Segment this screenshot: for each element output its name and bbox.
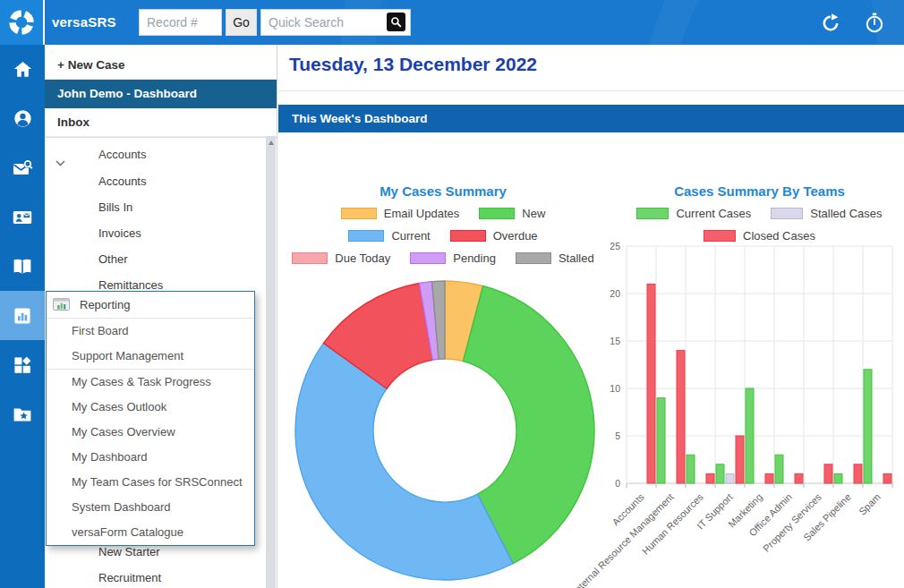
scroll-up-arrow-icon[interactable] <box>266 136 276 149</box>
divider <box>278 90 904 91</box>
bar-closed-cases-sales-pipeline <box>854 464 862 483</box>
app-title: versaSRS <box>52 0 116 45</box>
legend-item[interactable]: Current Cases <box>636 207 751 220</box>
tree-item-bills-in[interactable]: Bills In <box>45 194 277 220</box>
flyout-item-versaform-catalogue[interactable]: versaForm Catalogue <box>47 520 254 545</box>
bar-chart-icon <box>12 305 33 327</box>
y-axis-tick-label: 15 <box>610 336 620 346</box>
bar-closed-cases-internal-resource-management <box>677 351 685 483</box>
flyout-items: First BoardSupport ManagementMy Cases & … <box>47 319 254 545</box>
legend-swatch <box>479 208 515 219</box>
bar-closed-cases-accounts <box>647 284 655 483</box>
rail-item-profile[interactable] <box>0 94 45 143</box>
bar-closed-cases-marketing <box>765 473 773 483</box>
sidebar-item-inbox[interactable]: Inbox <box>45 108 277 137</box>
dashboard-banner: This Week's Dashboard <box>278 105 904 132</box>
bar-chart-title: Cases Summary By Teams <box>627 183 892 199</box>
main-content: Tuesday, 13 December 2022 This Week's Da… <box>278 45 904 588</box>
flyout-item-system-dashboard[interactable]: System Dashboard <box>47 495 254 520</box>
person-icon <box>13 108 33 129</box>
legend-label: Current Cases <box>676 207 751 220</box>
sidebar-scrollbar[interactable] <box>266 136 276 588</box>
legend-label: Current <box>391 229 430 243</box>
bar-current-cases-spam <box>864 370 872 483</box>
legend-label: New <box>522 207 545 220</box>
go-button[interactable]: Go <box>226 9 257 36</box>
app-logo[interactable] <box>0 0 45 45</box>
rail-item-knowledge[interactable] <box>0 242 45 291</box>
legend-item[interactable]: New <box>479 207 545 220</box>
bar-closed-cases-property-services <box>824 464 832 483</box>
legend-item[interactable]: Overdue <box>450 229 538 243</box>
bar-stalled-cases-it-support <box>726 473 734 483</box>
legend-row: Due TodayPendingStalled <box>286 249 600 268</box>
rail-item-contacts[interactable] <box>0 192 45 242</box>
donut-chart-legend: Email UpdatesNewCurrentOverdueDue TodayP… <box>286 204 600 271</box>
rail-item-modules[interactable] <box>0 340 45 389</box>
bar-chart: 0510152025AccountsInternal Resource Mana… <box>573 239 904 588</box>
legend-swatch <box>341 208 377 219</box>
legend-swatch <box>410 252 446 264</box>
legend-item[interactable]: Pending <box>410 251 496 265</box>
tree-item-invoices[interactable]: Invoices <box>45 220 277 246</box>
flyout-item-my-cases-outlook[interactable]: My Cases Outlook <box>47 395 254 420</box>
legend-item[interactable]: Due Today <box>292 251 390 265</box>
legend-label: Pending <box>453 251 496 265</box>
flyout-group: My Cases & Task ProgressMy Cases Outlook… <box>47 370 254 545</box>
reporting-flyout-menu: Reporting First BoardSupport ManagementM… <box>46 291 255 546</box>
bar-closed-cases-spam <box>883 473 891 483</box>
flyout-item-my-cases-overview[interactable]: My Cases Overview <box>47 420 254 445</box>
icon-rail <box>0 45 45 588</box>
y-axis-tick-label: 5 <box>615 430 620 441</box>
refresh-icon[interactable] <box>819 12 842 35</box>
open-book-icon <box>12 256 33 277</box>
flyout-item-first-board[interactable]: First Board <box>47 319 254 344</box>
y-axis-tick-label: 25 <box>610 241 620 251</box>
donut-chart <box>286 266 600 588</box>
rail-item-home[interactable] <box>0 45 45 94</box>
tree-items-upper: AccountsBills InInvoicesOtherRemittances <box>45 168 277 298</box>
bar-closed-cases-human-resources <box>706 473 714 483</box>
legend-label: Stalled Cases <box>810 207 882 220</box>
tree-item-other[interactable]: Other <box>45 246 277 272</box>
flyout-item-my-team-cases-for-srsconnect[interactable]: My Team Cases for SRSConnect <box>47 470 254 495</box>
flyout-item-support-management[interactable]: Support Management <box>47 344 254 369</box>
home-icon <box>13 59 33 80</box>
report-chart-icon <box>53 298 70 311</box>
y-axis-tick-label: 0 <box>615 478 620 489</box>
flyout-item-my-cases-task-progress[interactable]: My Cases & Task Progress <box>47 370 254 395</box>
legend-label: Email Updates <box>384 207 460 220</box>
rail-item-case-folders[interactable] <box>0 389 45 439</box>
x-axis-category-label: Spam <box>857 491 883 517</box>
bar-current-cases-internal-resource-management <box>657 398 665 483</box>
top-bar: versaSRS Go <box>0 0 904 45</box>
search-icon[interactable] <box>387 13 405 31</box>
legend-label: Overdue <box>493 229 538 243</box>
new-case-button[interactable]: + New Case <box>45 51 277 80</box>
flyout-item-my-dashboard[interactable]: My Dashboard <box>47 445 254 470</box>
legend-row: Current CasesStalled Cases <box>627 204 892 223</box>
donut-chart-title: My Cases Summary <box>286 183 600 199</box>
legend-item[interactable]: Current <box>348 229 430 243</box>
tree-group-label: Accounts <box>98 141 146 168</box>
legend-item[interactable]: Stalled Cases <box>771 207 882 220</box>
rail-item-reports[interactable] <box>0 291 45 340</box>
bar-current-cases-human-resources <box>687 455 695 483</box>
tree-group-accounts[interactable]: Accounts <box>45 141 277 168</box>
legend-swatch <box>450 230 486 242</box>
timer-icon[interactable] <box>863 12 886 35</box>
record-number-input[interactable] <box>139 9 222 36</box>
flyout-header-reporting[interactable]: Reporting <box>47 292 254 319</box>
flyout-header-label: Reporting <box>80 298 130 311</box>
legend-item[interactable]: Email Updates <box>341 207 460 220</box>
versasrs-app-window: versaSRS Go <box>0 0 904 588</box>
legend-label: Due Today <box>335 251 390 265</box>
tiles-icon <box>12 354 33 376</box>
tree-item-accounts[interactable]: Accounts <box>45 168 277 194</box>
sidebar-item-dashboard[interactable]: John Demo - Dashboard <box>45 80 277 108</box>
bar-current-cases-it-support <box>716 464 724 483</box>
tree-items-lower: New StarterRecruitment <box>45 539 277 588</box>
y-axis-tick-label: 20 <box>610 288 620 299</box>
rail-item-mail-search[interactable] <box>0 143 45 192</box>
tree-item-recruitment[interactable]: Recruitment <box>45 565 277 588</box>
